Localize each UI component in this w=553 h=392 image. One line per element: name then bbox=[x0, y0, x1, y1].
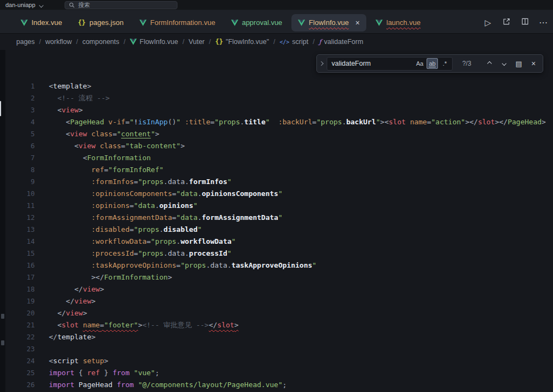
breadcrumb-item-flowinfo-vue[interactable]: FlowInfo.vue bbox=[130, 38, 178, 46]
code-text bbox=[45, 343, 49, 355]
line-number: 19 bbox=[5, 295, 45, 307]
more-actions-button[interactable]: ⋯ bbox=[538, 17, 549, 29]
find-in-selection-button[interactable]: ▤ bbox=[513, 58, 525, 69]
previous-match-button[interactable] bbox=[484, 58, 495, 69]
line-number: 23 bbox=[5, 343, 45, 355]
code-line[interactable]: 26import PageHead from "@/components/lay… bbox=[5, 379, 553, 391]
line-number: 16 bbox=[5, 260, 45, 271]
code-line[interactable]: 6 <view class="tab-content"> bbox=[5, 140, 553, 152]
breadcrumb-item-pages[interactable]: pages bbox=[16, 38, 35, 46]
code-line[interactable]: 21 <slot name="footer"><!-- 审批意见 --></sl… bbox=[5, 319, 553, 331]
tab-label: approval.vue bbox=[242, 18, 282, 27]
breadcrumb-item-validateform[interactable]: ƒvalidateForm bbox=[319, 38, 364, 46]
search-icon bbox=[69, 2, 75, 8]
line-number: 8 bbox=[5, 164, 45, 176]
match-case-toggle[interactable]: Aa bbox=[414, 58, 425, 69]
code-text: <!-- 流程 --> bbox=[45, 92, 110, 104]
code-line[interactable]: 13 :disabled="props.disabled" bbox=[5, 224, 553, 236]
tab-forminformation-vue[interactable]: FormInformation.vue bbox=[133, 14, 222, 31]
code-line[interactable]: 18 </view> bbox=[5, 283, 553, 295]
split-editor-button[interactable] bbox=[519, 17, 530, 29]
breadcrumb-separator: / bbox=[39, 38, 41, 46]
code-text: import PageHead from "@/components/layou… bbox=[45, 379, 287, 391]
code-line[interactable]: 7 <FormInformation bbox=[5, 152, 553, 164]
editor[interactable]: 1<template>2 <!-- 流程 -->3 <view>4 <PageH… bbox=[0, 50, 553, 392]
sidebar-fragment bbox=[1, 340, 4, 345]
editor-actions: ▷⋯ bbox=[482, 17, 550, 29]
code-line[interactable]: 10 :opinionsComponents="data.opinionsCom… bbox=[5, 188, 553, 200]
vue-file-icon bbox=[139, 20, 147, 26]
tab-pages-json[interactable]: {}pages.json bbox=[71, 14, 130, 31]
tab-label: launch.vue bbox=[386, 18, 421, 27]
code-line[interactable]: 16 :taskApproveOpinions="props.data.task… bbox=[5, 260, 553, 271]
code-text: <FormInformation bbox=[45, 152, 151, 164]
method-icon: ƒ bbox=[319, 38, 321, 46]
command-center-search[interactable]: 搜索 bbox=[65, 1, 177, 9]
code-text: <slot name="footer"><!-- 审批意见 --></slot> bbox=[45, 319, 238, 331]
find-widget: Aa ab .* ?/3 ▤ × bbox=[316, 54, 543, 73]
workspace-menu-chevron-icon[interactable] bbox=[40, 0, 43, 9]
breadcrumb-item-vuter[interactable]: Vuter bbox=[189, 38, 205, 46]
open-to-side-button[interactable] bbox=[501, 17, 512, 29]
workspace-name[interactable]: dan-uniapp bbox=[5, 2, 35, 8]
tab-label: pages.json bbox=[90, 18, 124, 27]
breadcrumb-label: Vuter bbox=[189, 38, 205, 46]
code-line[interactable]: 17 ></FormInformation> bbox=[5, 271, 553, 283]
find-input-wrap: Aa ab .* bbox=[327, 57, 453, 71]
find-input[interactable] bbox=[332, 60, 413, 67]
code-line[interactable]: 25import { ref } from "vue"; bbox=[5, 367, 553, 379]
run-button[interactable]: ▷ bbox=[482, 17, 493, 29]
breadcrumb-item-components[interactable]: components bbox=[82, 38, 119, 46]
code-line[interactable]: 11 :opinions="data.opinions" bbox=[5, 200, 553, 212]
search-label: 搜索 bbox=[78, 1, 90, 9]
code-line[interactable]: 14 :workflowData="props.workflowData" bbox=[5, 236, 553, 248]
tab-index-vue[interactable]: Index.vue bbox=[14, 14, 68, 31]
tab-launch-vue[interactable]: launch.vue bbox=[369, 14, 427, 31]
code-line[interactable]: 22</template> bbox=[5, 331, 553, 343]
code-line[interactable]: 2 <!-- 流程 --> bbox=[5, 92, 553, 104]
code-line[interactable]: 23 bbox=[5, 343, 553, 355]
line-number: 9 bbox=[5, 176, 45, 188]
code-text: :opinions="data.opinions" bbox=[45, 200, 198, 212]
code-text: <PageHead v-if="!isInApp()" :title="prop… bbox=[45, 116, 546, 128]
code-line[interactable]: 15 :processId="props.data.processId" bbox=[5, 248, 553, 260]
code-line[interactable]: 9 :formInfos="props.data.formInfos" bbox=[5, 176, 553, 188]
code-text: :processId="props.data.processId" bbox=[45, 248, 232, 260]
code-text: :workflowData="props.workflowData" bbox=[45, 236, 236, 248]
code-text: </view> bbox=[45, 307, 87, 319]
breadcrumb-label: script bbox=[292, 38, 308, 46]
line-number: 13 bbox=[5, 224, 45, 236]
next-match-button[interactable] bbox=[498, 58, 510, 69]
code-line[interactable]: 24<script setup> bbox=[5, 355, 553, 367]
line-number: 7 bbox=[5, 152, 45, 164]
tab-flowinfo-vue[interactable]: FlowInfo.vue× bbox=[291, 14, 366, 31]
line-number: 10 bbox=[5, 188, 45, 200]
code-line[interactable]: 1<template> bbox=[5, 80, 553, 92]
breadcrumb-label: validateForm bbox=[324, 38, 363, 46]
breadcrumb-item-script[interactable]: </>script bbox=[279, 38, 308, 46]
regex-toggle[interactable]: .* bbox=[439, 58, 450, 69]
tab-approval-vue[interactable]: approval.vue bbox=[225, 14, 289, 31]
line-number: 26 bbox=[5, 379, 45, 391]
code-line[interactable]: 8 ref="formInfoRef" bbox=[5, 164, 553, 176]
code-area[interactable]: 1<template>2 <!-- 流程 -->3 <view>4 <PageH… bbox=[5, 80, 553, 391]
close-find-button[interactable]: × bbox=[527, 58, 539, 69]
whole-word-toggle[interactable]: ab bbox=[427, 58, 438, 69]
vue-file-icon bbox=[298, 20, 305, 26]
split-editor-icon bbox=[521, 17, 529, 28]
code-text: </template> bbox=[45, 331, 96, 343]
code-line[interactable]: 3 <view> bbox=[5, 104, 553, 116]
line-number: 21 bbox=[5, 319, 45, 331]
tab-bar: Index.vue{}pages.jsonFormInformation.vue… bbox=[0, 10, 553, 34]
code-line[interactable]: 4 <PageHead v-if="!isInApp()" :title="pr… bbox=[5, 116, 553, 128]
breadcrumb-item-workflow[interactable]: workflow bbox=[46, 38, 72, 46]
toggle-replace-button[interactable] bbox=[317, 55, 326, 72]
code-text: :formAssignmentData="data.formAssignment… bbox=[45, 212, 283, 224]
code-line[interactable]: 20 </view> bbox=[5, 307, 553, 319]
code-line[interactable]: 12 :formAssignmentData="data.formAssignm… bbox=[5, 212, 553, 224]
vue-file-icon bbox=[21, 20, 28, 26]
code-line[interactable]: 19 </view> bbox=[5, 295, 553, 307]
close-tab-icon[interactable]: × bbox=[355, 19, 360, 27]
code-line[interactable]: 5 <view class="content"> bbox=[5, 128, 553, 140]
breadcrumb-item-flowinfo-vue[interactable]: {}"FlowInfo.vue" bbox=[215, 38, 269, 46]
